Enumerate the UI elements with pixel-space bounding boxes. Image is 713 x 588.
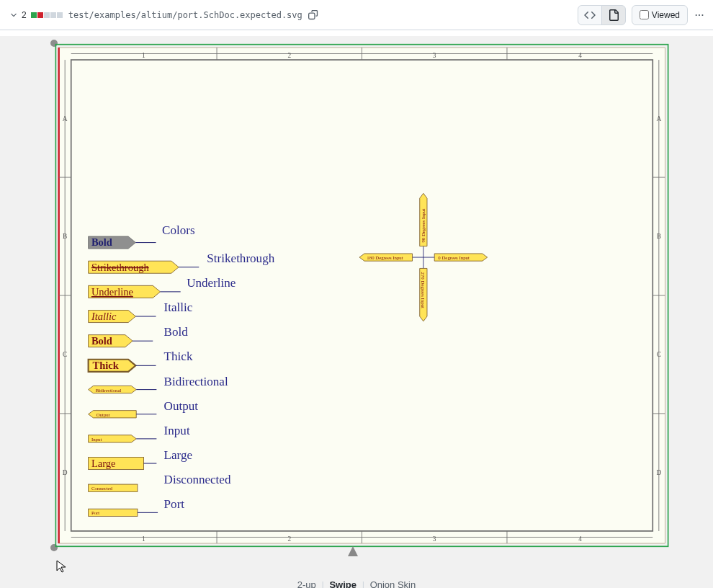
diff-body: 1234 1234 ABCD ABCD Bold Colors Striketh… [0, 36, 713, 588]
svg-text:Itallic: Itallic [91, 311, 117, 322]
svg-text:Input: Input [164, 424, 190, 437]
svg-text:180 Degrees Input: 180 Degrees Input [367, 255, 403, 260]
svg-marker-64 [89, 411, 137, 418]
svg-text:B: B [657, 233, 661, 240]
file-path[interactable]: test/examples/altium/port.SchDoc.expecte… [68, 10, 302, 20]
svg-text:C: C [63, 351, 67, 358]
viewed-toggle[interactable]: Viewed [632, 5, 688, 25]
svg-text:Itallic: Itallic [164, 300, 193, 314]
svg-text:Bidirectional: Bidirectional [96, 388, 122, 393]
image-diff-viewer: 1234 1234 ABCD ABCD Bold Colors Striketh… [11, 36, 702, 555]
svg-text:Large: Large [91, 458, 116, 469]
svg-text:Underline: Underline [187, 276, 236, 290]
schematic-svg: 1234 1234 ABCD ABCD Bold Colors Striketh… [54, 43, 670, 548]
svg-text:Strikethrough: Strikethrough [207, 251, 274, 265]
svg-text:4: 4 [578, 535, 582, 543]
svg-text:A: A [656, 115, 661, 122]
svg-text:Port: Port [164, 497, 185, 511]
changed-count: 2 [22, 10, 27, 20]
rendered-view-button[interactable] [601, 5, 626, 25]
svg-text:Disconnected: Disconnected [164, 473, 231, 486]
svg-text:Colors: Colors [162, 223, 195, 237]
svg-marker-93 [348, 546, 358, 556]
svg-text:1: 1 [142, 535, 145, 543]
svg-text:2: 2 [287, 52, 291, 59]
svg-text:1: 1 [142, 52, 145, 59]
diff-mode-switcher: 2-up | Swipe | Onion Skin [0, 555, 713, 588]
mode-onion[interactable]: Onion Skin [370, 579, 416, 588]
svg-text:Thick: Thick [93, 360, 120, 371]
svg-text:Input: Input [91, 437, 102, 442]
mode-2up[interactable]: 2-up [297, 579, 316, 588]
svg-text:2: 2 [287, 535, 291, 543]
svg-text:4: 4 [578, 52, 582, 59]
mode-swipe[interactable]: Swipe [329, 579, 356, 588]
copy-path-icon[interactable] [308, 10, 318, 20]
svg-text:Strikethrough: Strikethrough [91, 262, 149, 273]
svg-text:Connected: Connected [91, 486, 113, 491]
swipe-slider-handle[interactable] [348, 546, 358, 556]
svg-text:D: D [63, 469, 68, 476]
display-mode-toggle [578, 5, 626, 25]
chevron-down-icon[interactable] [9, 10, 19, 20]
source-view-button[interactable] [578, 5, 602, 25]
svg-text:B: B [63, 233, 67, 240]
svg-text:Bold: Bold [91, 236, 112, 248]
svg-text:Thick: Thick [164, 349, 193, 363]
svg-text:C: C [657, 351, 661, 358]
svg-text:Bidirectional: Bidirectional [164, 375, 228, 388]
svg-text:D: D [656, 469, 661, 476]
svg-text:Port: Port [91, 510, 99, 515]
svg-text:0 Degrees Input: 0 Degrees Input [438, 255, 470, 260]
diffstat-graph [31, 12, 63, 18]
viewed-checkbox[interactable] [640, 10, 649, 19]
svg-text:3: 3 [433, 535, 436, 543]
svg-text:Output: Output [97, 412, 110, 417]
svg-text:Large: Large [164, 448, 192, 462]
svg-text:90 Degrees Input: 90 Degrees Input [421, 209, 426, 243]
more-actions-icon[interactable]: ··· [695, 10, 704, 20]
viewed-label: Viewed [652, 10, 680, 20]
svg-text:Output: Output [164, 399, 199, 413]
svg-text:Bold: Bold [164, 325, 189, 339]
svg-text:Underline: Underline [91, 286, 133, 298]
file-header: 2 test/examples/altium/port.SchDoc.expec… [0, 0, 713, 30]
svg-text:A: A [63, 115, 68, 122]
svg-text:270 Degrees Input: 270 Degrees Input [421, 272, 426, 308]
svg-text:Bold: Bold [91, 335, 112, 347]
svg-text:3: 3 [433, 52, 436, 59]
